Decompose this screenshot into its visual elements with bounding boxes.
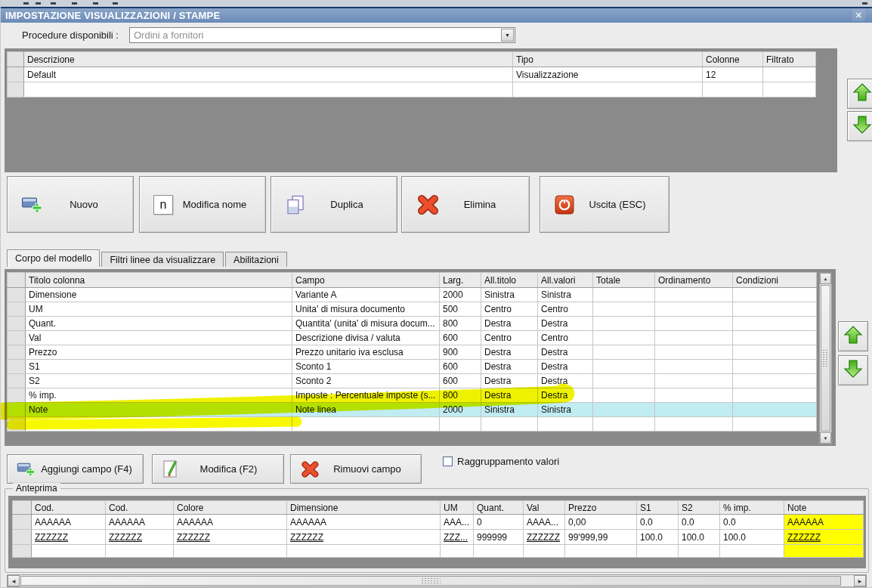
cell bbox=[524, 545, 565, 558]
delete-button[interactable]: Elimina bbox=[401, 176, 530, 233]
cell bbox=[655, 417, 733, 432]
row-selector[interactable] bbox=[8, 67, 24, 82]
col-imp: % imp. bbox=[720, 501, 784, 515]
col-filtrato: Filtrato bbox=[763, 52, 816, 67]
preview-row-empty[interactable] bbox=[13, 545, 864, 558]
preview-row-max[interactable]: ZZZZZZ ZZZZZZ ZZZZZZ ZZZZZZ ZZZ... 99999… bbox=[13, 530, 864, 545]
row-selector[interactable] bbox=[8, 403, 26, 417]
cell bbox=[655, 403, 733, 417]
views-row-default[interactable]: Default Visualizzazione 12 bbox=[8, 67, 816, 82]
duplicate-button[interactable]: Duplica bbox=[271, 176, 397, 233]
scrollbar-thumb[interactable] bbox=[20, 576, 841, 586]
scroll-up-icon[interactable]: ▲ bbox=[820, 273, 831, 284]
add-field-icon bbox=[17, 460, 36, 478]
row-selector[interactable] bbox=[8, 388, 26, 403]
edit-field-button[interactable]: Modifica (F2) bbox=[152, 454, 284, 484]
views-move-up-button[interactable] bbox=[847, 79, 872, 109]
row-selector[interactable] bbox=[8, 345, 26, 360]
rename-button[interactable]: n Modifica nome bbox=[139, 176, 266, 233]
exit-button[interactable]: Uscita (ESC) bbox=[540, 176, 669, 233]
field-row-dimensione[interactable]: DimensioneVariante A2000SinistraSinistra bbox=[8, 288, 817, 302]
col-colonne: Colonne bbox=[703, 52, 763, 67]
cell: AAAAAA bbox=[106, 515, 174, 530]
green-up-arrow-icon bbox=[843, 325, 863, 348]
field-row-empty[interactable] bbox=[8, 417, 817, 432]
cell: Note bbox=[26, 403, 292, 417]
field-row-quant[interactable]: Quant.Quantita' (unita' di misura docum.… bbox=[8, 317, 817, 331]
procedure-label: Procedure disponibili : bbox=[22, 29, 119, 41]
preview-groupbox: Anteprima Cod. Cod. Colore Dimensione UM… bbox=[5, 488, 869, 573]
add-field-button[interactable]: Aggiungi campo (F4) bbox=[7, 454, 144, 484]
cell bbox=[733, 317, 817, 331]
preview-row-min[interactable]: AAAAAA AAAAAA AAAAAA AAAAAA AAA... 0 AAA… bbox=[13, 515, 864, 530]
procedure-combobox[interactable]: Ordini a fornitori ▼ bbox=[129, 27, 515, 43]
cell bbox=[655, 331, 733, 345]
row-selector[interactable] bbox=[8, 317, 26, 331]
fields-move-up-button[interactable] bbox=[838, 321, 868, 351]
remove-field-button[interactable]: Rimuovi campo bbox=[290, 454, 422, 484]
scrollbar-thumb[interactable] bbox=[821, 285, 830, 432]
row-selector[interactable] bbox=[8, 331, 26, 345]
cell bbox=[655, 388, 733, 403]
tab-strip: Corpo del modello Filtri linee da visual… bbox=[7, 249, 289, 267]
chevron-down-icon[interactable]: ▼ bbox=[501, 29, 514, 42]
tab-abilitazioni[interactable]: Abilitazioni bbox=[225, 252, 287, 267]
field-row-um[interactable]: UMUnita' di misura documento500CentroCen… bbox=[8, 302, 817, 317]
close-icon[interactable]: ✕ bbox=[852, 9, 865, 21]
cell bbox=[733, 417, 817, 432]
cell: Centro bbox=[538, 331, 593, 345]
scroll-right-icon[interactable]: ▶ bbox=[854, 575, 866, 586]
row-selector[interactable] bbox=[8, 360, 26, 374]
cell bbox=[655, 360, 733, 374]
scroll-left-icon[interactable]: ◀ bbox=[8, 575, 20, 586]
tab-filtri-linee[interactable]: Filtri linee da visualizzare bbox=[101, 252, 224, 267]
cell-filtrato bbox=[763, 67, 816, 82]
row-selector[interactable] bbox=[8, 82, 24, 97]
fields-header-row: Titolo colonna Campo Larg. All.titolo Al… bbox=[8, 273, 817, 288]
fields-move-down-button[interactable] bbox=[838, 355, 868, 385]
row-selector[interactable] bbox=[8, 288, 26, 302]
tab-corpo-del-modello[interactable]: Corpo del modello bbox=[7, 249, 100, 267]
field-row-val[interactable]: ValDescrizione divisa / valuta600CentroC… bbox=[8, 331, 817, 345]
field-row-s2[interactable]: S2Sconto 2600DestraDestra bbox=[8, 374, 817, 388]
cell-note: ZZZZZZ bbox=[784, 530, 864, 545]
new-button[interactable]: Nuovo bbox=[7, 176, 134, 233]
cell: Sconto 2 bbox=[292, 374, 440, 388]
row-selector[interactable] bbox=[8, 417, 26, 432]
thumb-grip bbox=[421, 577, 441, 584]
scroll-down-icon[interactable]: ▼ bbox=[820, 432, 831, 444]
field-row-s1[interactable]: S1Sconto 1600DestraDestra bbox=[8, 360, 817, 374]
row-selector[interactable] bbox=[13, 515, 32, 530]
cell: Centro bbox=[481, 302, 538, 317]
field-row-imp[interactable]: % imp.Imposte : Percentuale imposte (s..… bbox=[8, 388, 817, 403]
cell: 0.0 bbox=[679, 515, 720, 530]
cell bbox=[593, 302, 655, 317]
cell: Destra bbox=[481, 345, 538, 360]
cell: 0 bbox=[474, 515, 524, 530]
fields-vertical-scrollbar[interactable]: ▲ ▼ bbox=[819, 272, 832, 444]
field-row-prezzo[interactable]: PrezzoPrezzo unitario iva esclusa900Dest… bbox=[8, 345, 817, 360]
cell bbox=[733, 360, 817, 374]
cell bbox=[655, 374, 733, 388]
row-selector-header bbox=[8, 52, 24, 67]
views-move-down-button[interactable] bbox=[847, 111, 872, 141]
grouping-checkbox-label: Raggruppamento valori bbox=[457, 456, 559, 467]
row-selector[interactable] bbox=[13, 530, 32, 545]
row-selector[interactable] bbox=[13, 545, 32, 558]
preview-horizontal-scrollbar[interactable]: ◀ ▶ bbox=[7, 574, 867, 587]
grouping-checkbox[interactable] bbox=[443, 456, 453, 466]
cell: 100.0 bbox=[679, 530, 720, 545]
views-row-empty[interactable] bbox=[8, 82, 816, 97]
cell-filtrato bbox=[763, 82, 816, 97]
cell: Prezzo unitario iva esclusa bbox=[292, 345, 440, 360]
cell: Centro bbox=[481, 331, 538, 345]
cell: Destra bbox=[481, 360, 538, 374]
cell bbox=[593, 417, 655, 432]
settings-dialog: IMPOSTAZIONE VISUALIZZAZIONI / STAMPE ✕ … bbox=[0, 0, 872, 588]
cell-colonne bbox=[703, 82, 763, 97]
row-selector[interactable] bbox=[8, 302, 26, 317]
field-row-note-selected[interactable]: NoteNote linea2000SinistraSinistra bbox=[8, 403, 817, 417]
row-selector[interactable] bbox=[8, 374, 26, 388]
thumb-grip bbox=[822, 349, 829, 367]
titlebar[interactable]: IMPOSTAZIONE VISUALIZZAZIONI / STAMPE ✕ bbox=[1, 8, 872, 23]
